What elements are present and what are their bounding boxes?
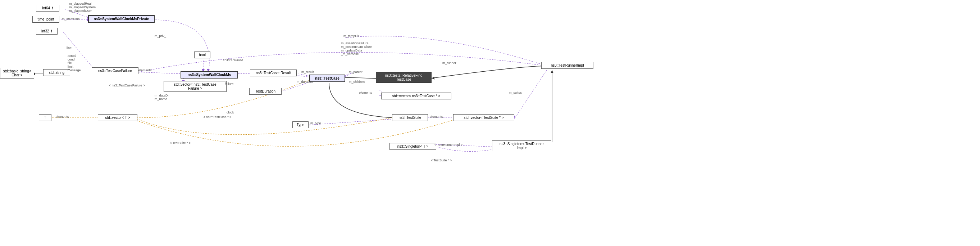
svg-marker-36 — [550, 70, 554, 73]
label-mparent: m_parent — [349, 70, 363, 74]
svg-line-24 — [309, 119, 396, 125]
node-std-vector-t: std::vector< T > — [98, 114, 137, 121]
label-testcasefailure-ptr: _< ns3::TestCaseFailure > — [107, 83, 145, 87]
label-elements-4: elements — [430, 115, 443, 118]
label-actual-cond: actualcondfilelimitmessage — [68, 54, 81, 72]
label-mduration: m_duration — [297, 80, 313, 83]
node-std-vector-testcase-ptr: std::vector< ns3::TestCase * > — [381, 93, 451, 99]
label-datadir-name: m_dataDirm_name — [154, 94, 170, 101]
node-type: Type — [293, 121, 309, 128]
node-std-vector-testsuite-ptr: std::vector< TestSuite * > — [453, 114, 514, 121]
node-systemwallclockms: ns3::SystemWallClockMs — [181, 71, 238, 78]
label-assert-flags: m_assertOnFailurem_continueOnFailurem_up… — [341, 42, 372, 56]
node-t: T — [39, 114, 51, 121]
node-int64-t: int64_t — [36, 5, 59, 11]
svg-marker-28 — [431, 77, 434, 80]
svg-line-9 — [138, 72, 183, 74]
label-testcase-ptr: < ns3::TestCase * > — [203, 115, 232, 119]
node-testcaseresult: ns3::TestCase::Result — [250, 70, 297, 77]
node-singleton-t: ns3::Singleton< T > — [390, 143, 436, 150]
node-testrunnerimpl: ns3::TestRunnerImpl — [541, 62, 593, 69]
label-testsuite-ptr-2: < TestSuite * > — [431, 158, 452, 162]
node-time-point: time_point — [32, 16, 59, 23]
label-elements-1: elements — [138, 69, 152, 72]
node-testduration: TestDuration — [249, 88, 282, 95]
label-elapsed: m_elapsedRealm_elapsedSystemm_elapsedUse… — [69, 2, 95, 13]
node-std-vector-testcasefailure: std::vector< ns3::TestCaseFailure > — [164, 81, 227, 92]
node-bool: bool — [194, 51, 210, 58]
svg-line-20 — [345, 77, 379, 78]
node-systemwallclockmsprivate: ns3::SystemWallClockMsPrivate — [88, 15, 154, 23]
node-testcasefailure: ns3::TestCaseFailure — [92, 67, 138, 74]
label-elements-2: elements — [56, 115, 69, 118]
node-std-basic-string: std::basic_string<Char > — [0, 68, 34, 78]
label-mtempdir: m_tempDir — [344, 34, 359, 38]
label-mrunner: m_runner — [442, 61, 457, 65]
label-clock: clock — [227, 110, 234, 114]
label-line: line — [67, 46, 72, 50]
node-int32-t: int32_t — [36, 28, 57, 35]
node-relativefindtestcase: ns3::tests::RelativeFindTestCase — [376, 72, 431, 83]
label-testrunnerimpl-ptr: < TestRunnerImpl > — [434, 143, 463, 147]
label-testsuite-ptr: < TestSuite * > — [170, 141, 191, 145]
label-starttime: m_startTime — [62, 17, 80, 21]
diagram-container: int64_t time_point int32_t std::basic_st… — [0, 0, 980, 246]
node-singleton-testrunnerimpl: ns3::Singleton< TestRunnerImpl > — [492, 141, 551, 151]
node-testsuite: ns3::TestSuite — [392, 114, 428, 121]
label-childrenfailed: childrenFailed — [223, 58, 243, 62]
label-failure: failure — [225, 82, 234, 86]
label-elements-3: elements — [359, 91, 372, 94]
node-testcase: ns3::TestCase — [309, 75, 345, 82]
label-mpriv: m_priv_ — [154, 34, 166, 38]
label-mchildren: m_children — [349, 80, 365, 83]
label-msuites: m_suites — [509, 91, 522, 94]
arrows-svg — [0, 0, 980, 246]
label-mresult: m_result — [301, 70, 314, 74]
node-std-string: std::string — [43, 69, 70, 76]
label-mtype: m_type — [310, 121, 321, 125]
